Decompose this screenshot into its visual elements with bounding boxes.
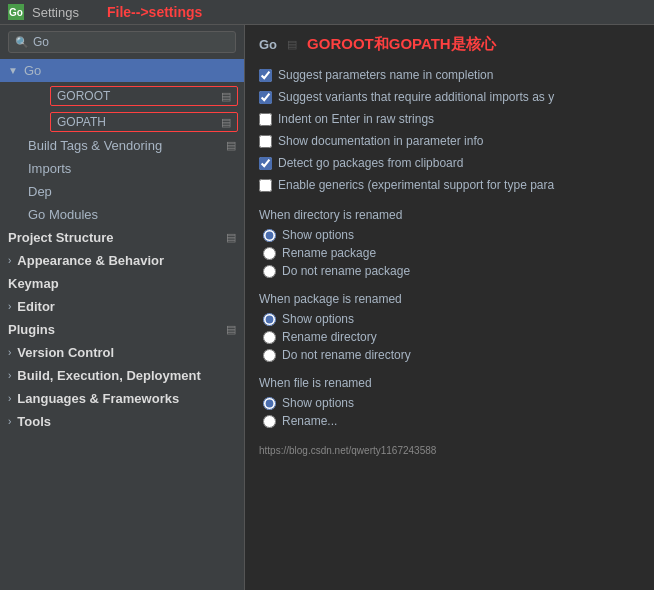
file-renamed-radio-group: Show options Rename... <box>263 396 640 428</box>
breadcrumb: File-->settings <box>107 4 202 20</box>
sidebar-item-dep[interactable]: Dep <box>0 180 244 203</box>
sidebar-item-go[interactable]: ▼ Go <box>0 59 244 82</box>
chevron-down-icon: ▼ <box>8 65 18 76</box>
sidebar-item-editor[interactable]: › Editor <box>0 295 244 318</box>
pkg-show-options-radio[interactable] <box>263 313 276 326</box>
file-show-options-label: Show options <box>282 396 354 410</box>
file-show-options-row: Show options <box>263 396 640 410</box>
file-rename-radio[interactable] <box>263 415 276 428</box>
sidebar-item-gopath[interactable]: GOPATH ▤ <box>50 112 238 132</box>
chevron-right-icon: › <box>8 393 11 404</box>
checkbox-detect-packages: Detect go packages from clipboard <box>259 154 640 172</box>
file-rename-label: Rename... <box>282 414 337 428</box>
checkbox-detect-packages-input[interactable] <box>259 157 272 170</box>
go-modules-label: Go Modules <box>28 207 98 222</box>
pkg-no-rename-dir-label: Do not rename directory <box>282 348 411 362</box>
sidebar-item-keymap[interactable]: Keymap <box>0 272 244 295</box>
url-bar: https://blog.csdn.net/qwerty1167243588 <box>259 442 640 457</box>
when-dir-renamed-label: When directory is renamed <box>259 208 640 222</box>
plugins-label: Plugins <box>8 322 55 337</box>
folder-icon: ▤ <box>226 231 236 244</box>
sidebar-item-languages-frameworks[interactable]: › Languages & Frameworks <box>0 387 244 410</box>
dir-no-rename-pkg-radio[interactable] <box>263 265 276 278</box>
search-box[interactable]: 🔍 <box>8 31 236 53</box>
sidebar-item-goroot[interactable]: GOROOT ▤ <box>50 86 238 106</box>
dir-rename-pkg-label: Rename package <box>282 246 376 260</box>
pkg-rename-dir-radio[interactable] <box>263 331 276 344</box>
editor-label: Editor <box>17 299 55 314</box>
url-text: https://blog.csdn.net/qwerty1167243588 <box>259 445 436 456</box>
when-pkg-renamed-label: When package is renamed <box>259 292 640 306</box>
version-control-label: Version Control <box>17 345 114 360</box>
main-layout: 🔍 ▼ Go GOROOT ▤ GOPATH ▤ Build Tags & Ve… <box>0 25 654 590</box>
checkbox-suggest-params-label: Suggest parameters name in completion <box>278 68 493 82</box>
pkg-rename-dir-row: Rename directory <box>263 330 640 344</box>
folder-icon: ▤ <box>226 323 236 336</box>
checkbox-enable-generics-input[interactable] <box>259 179 272 192</box>
search-input[interactable] <box>33 35 229 49</box>
when-pkg-renamed-group: When package is renamed Show options Ren… <box>259 292 640 362</box>
file-show-options-radio[interactable] <box>263 397 276 410</box>
sidebar-item-appearance-behavior[interactable]: › Appearance & Behavior <box>0 249 244 272</box>
goroot-container: GOROOT ▤ <box>0 84 244 108</box>
search-icon: 🔍 <box>15 36 29 49</box>
sidebar-item-imports[interactable]: Imports <box>0 157 244 180</box>
checkbox-suggest-variants-label: Suggest variants that require additional… <box>278 90 554 104</box>
gopath-label: GOPATH <box>57 115 106 129</box>
checkbox-detect-packages-label: Detect go packages from clipboard <box>278 156 463 170</box>
pkg-no-rename-dir-radio[interactable] <box>263 349 276 362</box>
pkg-no-rename-dir-row: Do not rename directory <box>263 348 640 362</box>
tools-label: Tools <box>17 414 51 429</box>
dir-rename-pkg-row: Rename package <box>263 246 640 260</box>
chevron-right-icon: › <box>8 255 11 266</box>
checkbox-suggest-params: Suggest parameters name in completion <box>259 66 640 84</box>
dir-no-rename-pkg-label: Do not rename package <box>282 264 410 278</box>
when-file-renamed-label: When file is renamed <box>259 376 640 390</box>
pkg-renamed-radio-group: Show options Rename directory Do not ren… <box>263 312 640 362</box>
imports-label: Imports <box>28 161 71 176</box>
checkbox-enable-generics-label: Enable generics (experimental support fo… <box>278 178 554 192</box>
dir-rename-pkg-radio[interactable] <box>263 247 276 260</box>
languages-frameworks-label: Languages & Frameworks <box>17 391 179 406</box>
dir-show-options-label: Show options <box>282 228 354 242</box>
dir-show-options-radio[interactable] <box>263 229 276 242</box>
content-highlight: GOROOT和GOPATH是核心 <box>307 35 496 54</box>
checkbox-indent-enter-label: Indent on Enter in raw strings <box>278 112 434 126</box>
project-structure-label: Project Structure <box>8 230 113 245</box>
sidebar-item-go-modules[interactable]: Go Modules <box>0 203 244 226</box>
checkbox-indent-enter: Indent on Enter in raw strings <box>259 110 640 128</box>
keymap-label: Keymap <box>8 276 59 291</box>
chevron-right-icon: › <box>8 370 11 381</box>
folder-icon: ▤ <box>221 116 231 129</box>
checkbox-show-doc-label: Show documentation in parameter info <box>278 134 483 148</box>
window-title: Settings <box>32 5 79 20</box>
checkbox-show-doc: Show documentation in parameter info <box>259 132 640 150</box>
dir-renamed-radio-group: Show options Rename package Do not renam… <box>263 228 640 278</box>
goroot-label: GOROOT <box>57 89 110 103</box>
dir-no-rename-pkg-row: Do not rename package <box>263 264 640 278</box>
sidebar-item-project-structure[interactable]: Project Structure ▤ <box>0 226 244 249</box>
checkbox-suggest-variants-input[interactable] <box>259 91 272 104</box>
checkbox-suggest-variants: Suggest variants that require additional… <box>259 88 640 106</box>
pkg-rename-dir-label: Rename directory <box>282 330 377 344</box>
content-title: Go <box>259 37 277 52</box>
sidebar-item-build-tags[interactable]: Build Tags & Vendoring ▤ <box>0 134 244 157</box>
chevron-right-icon: › <box>8 301 11 312</box>
pkg-show-options-label: Show options <box>282 312 354 326</box>
sidebar-item-tools[interactable]: › Tools <box>0 410 244 433</box>
sidebar: 🔍 ▼ Go GOROOT ▤ GOPATH ▤ Build Tags & Ve… <box>0 25 245 590</box>
chevron-right-icon: › <box>8 416 11 427</box>
sidebar-item-plugins[interactable]: Plugins ▤ <box>0 318 244 341</box>
checkbox-suggest-params-input[interactable] <box>259 69 272 82</box>
checkbox-show-doc-input[interactable] <box>259 135 272 148</box>
app-icon: Go <box>8 4 24 20</box>
checkbox-indent-enter-input[interactable] <box>259 113 272 126</box>
folder-icon: ▤ <box>221 90 231 103</box>
checkbox-enable-generics: Enable generics (experimental support fo… <box>259 176 640 194</box>
gopath-container: GOPATH ▤ <box>0 110 244 134</box>
sidebar-item-version-control[interactable]: › Version Control <box>0 341 244 364</box>
when-file-renamed-group: When file is renamed Show options Rename… <box>259 376 640 428</box>
sidebar-item-build-execution[interactable]: › Build, Execution, Deployment <box>0 364 244 387</box>
dep-label: Dep <box>28 184 52 199</box>
sidebar-item-label: Go <box>24 63 41 78</box>
